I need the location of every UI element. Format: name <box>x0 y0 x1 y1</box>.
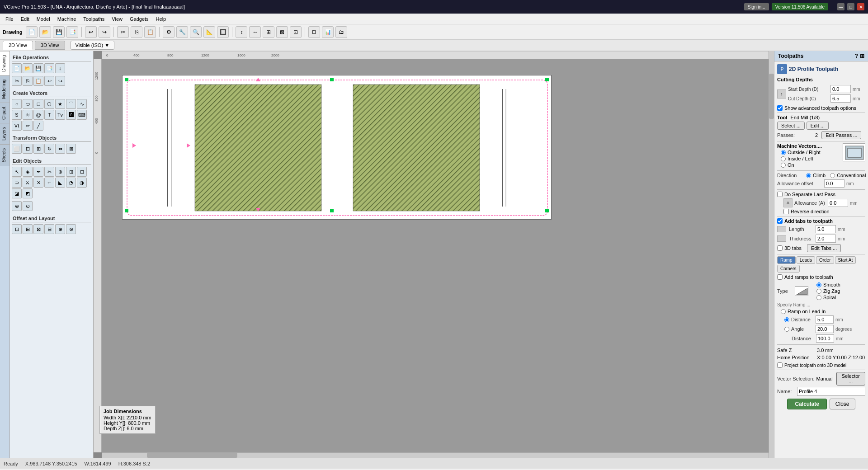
sidebar-modelling[interactable]: Modelling <box>0 75 9 103</box>
sidebar-clipart[interactable]: Clipart <box>0 103 9 123</box>
tb-icon6[interactable]: ↕ <box>236 26 247 38</box>
tab-length-input[interactable] <box>816 225 836 233</box>
ramp-distance-input[interactable] <box>816 315 834 324</box>
circle-icon[interactable]: ○ <box>12 99 22 109</box>
cut-icon[interactable]: ✂ <box>12 76 22 86</box>
sidebar-drawing[interactable]: Drawing <box>0 51 9 75</box>
ramp-distance2-input[interactable] <box>816 334 834 343</box>
redo-icon[interactable]: ↪ <box>55 76 65 86</box>
help-icon[interactable]: ? <box>855 53 858 59</box>
close-btn[interactable]: Close <box>830 399 855 409</box>
reverse-dir-checkbox[interactable] <box>783 209 789 214</box>
mirror-icon[interactable]: ⇔ <box>55 144 65 154</box>
menu-gadgets[interactable]: Gadgets <box>126 15 152 23</box>
tab-2d[interactable]: 2D View <box>3 41 33 50</box>
paste-icon[interactable]: 📋 <box>33 76 43 86</box>
draw-icon[interactable]: ✏ <box>23 121 33 131</box>
tb-icon3[interactable]: 🔍 <box>190 26 202 38</box>
copy-btn[interactable]: ⎘ <box>131 26 142 38</box>
outside-right-radio[interactable] <box>781 150 786 155</box>
smooth-radio[interactable] <box>816 282 821 287</box>
wave-icon[interactable]: ≋ <box>23 110 33 120</box>
new-file-icon[interactable]: 📄 <box>12 63 22 73</box>
selector-btn[interactable]: Selector ... <box>836 372 865 385</box>
menu-help[interactable]: Help <box>152 15 170 23</box>
menu-edit[interactable]: Edit <box>17 15 33 23</box>
subtab-order[interactable]: Order <box>816 256 834 264</box>
knife-icon[interactable]: ⚔ <box>23 178 33 188</box>
new-btn[interactable]: 📄 <box>26 26 38 38</box>
menu-view[interactable]: View <box>108 15 126 23</box>
tb-icon8[interactable]: ⊞ <box>263 26 274 38</box>
version-btn[interactable]: Version 11.506 Available <box>772 3 828 10</box>
sign-in-btn[interactable]: Sign in... <box>744 3 769 10</box>
sub-icon[interactable]: ⊙ <box>23 201 33 211</box>
save-btn[interactable]: 💾 <box>53 26 65 38</box>
corner-icon[interactable]: ◣ <box>55 178 65 188</box>
redo-btn[interactable]: ↪ <box>99 26 110 38</box>
inside-left-radio[interactable] <box>781 156 786 161</box>
offset-icon[interactable]: ⊡ <box>12 224 22 234</box>
start-depth-input[interactable] <box>830 85 851 93</box>
ramp-distance-radio[interactable] <box>784 317 789 322</box>
menu-model[interactable]: Model <box>33 15 54 23</box>
tab-thickness-input[interactable] <box>816 235 836 243</box>
climb-radio[interactable] <box>806 173 811 178</box>
save-file-icon[interactable]: 💾 <box>33 63 43 73</box>
menu-toolpaths[interactable]: Toolpaths <box>80 15 108 23</box>
tb-icon5[interactable]: 🔲 <box>217 26 229 38</box>
scale-icon[interactable]: ⊡ <box>23 144 33 154</box>
ellipse-icon[interactable]: ⬭ <box>23 99 33 109</box>
show-advanced-checkbox[interactable] <box>777 105 783 111</box>
tb-icon13[interactable]: 🗂 <box>335 26 347 38</box>
wrap-icon[interactable]: ⊗ <box>66 224 76 234</box>
scrollbar-horizontal[interactable] <box>102 452 769 458</box>
weld-icon[interactable]: ⊕ <box>55 167 65 177</box>
filleted-icon[interactable]: ◔ <box>66 178 76 188</box>
edit-passes-btn[interactable]: Edit Passes ... <box>821 131 861 139</box>
panel-expand-icon[interactable]: ⊞ <box>860 53 864 59</box>
saveas-btn[interactable]: 📑 <box>66 26 78 38</box>
layout-icon[interactable]: ⊞ <box>23 224 33 234</box>
line-icon[interactable]: ╱ <box>33 121 43 131</box>
rect-icon[interactable]: □ <box>33 99 43 109</box>
tb-icon4[interactable]: 📐 <box>203 26 215 38</box>
edit-tabs-btn[interactable]: Edit Tabs ... <box>807 244 841 252</box>
var-text-icon[interactable]: Vt <box>12 121 22 131</box>
node-icon[interactable]: ◈ <box>23 167 33 177</box>
logo-icon[interactable]: 🅰 <box>66 110 76 120</box>
ramp-angle-radio[interactable] <box>784 327 789 332</box>
array-icon[interactable]: ⊠ <box>66 144 76 154</box>
textv-icon[interactable]: Tv <box>55 110 65 120</box>
spiral-radio[interactable] <box>816 295 821 300</box>
canvas-inner[interactable] <box>102 59 769 452</box>
select-icon[interactable]: ↖ <box>12 167 22 177</box>
open-file-icon[interactable]: 📂 <box>23 63 33 73</box>
three-d-tabs-checkbox[interactable] <box>777 245 783 251</box>
cut-btn[interactable]: ✂ <box>117 26 129 38</box>
tb-icon10[interactable]: ⊡ <box>290 26 302 38</box>
join-icon[interactable]: ⊃ <box>12 178 22 188</box>
polygon-icon[interactable]: ⬡ <box>44 99 54 109</box>
menu-machine[interactable]: Machine <box>54 15 80 23</box>
bool-icon[interactable]: ⊚ <box>12 201 22 211</box>
add-ramps-checkbox[interactable] <box>777 274 783 280</box>
on-radio[interactable] <box>781 163 786 168</box>
subtab-leads[interactable]: Leads <box>797 256 815 264</box>
minimize-btn[interactable]: — <box>837 3 844 10</box>
chamfer-icon[interactable]: ◪ <box>12 188 22 198</box>
save-as-icon[interactable]: 📑 <box>44 63 54 73</box>
smart-icon[interactable]: ◑ <box>77 178 87 188</box>
subtab-ramp[interactable]: Ramp <box>777 256 796 264</box>
allowance-input[interactable] <box>824 179 844 188</box>
arc-icon[interactable]: ⌒ <box>66 99 76 109</box>
project-3d-checkbox[interactable] <box>777 362 783 368</box>
star-icon[interactable]: ★ <box>55 99 65 109</box>
subtab-startat[interactable]: Start At <box>835 256 856 264</box>
tab-3d[interactable]: 3D View <box>35 41 65 50</box>
visible-iso-dropdown[interactable]: Visible (ISO) ▼ <box>71 41 115 50</box>
spread-icon[interactable]: ⊟ <box>44 224 54 234</box>
fillet-icon[interactable]: ◩ <box>23 188 33 198</box>
delete-icon[interactable]: ✕ <box>33 178 43 188</box>
select-tool-btn[interactable]: Select ... <box>777 122 805 130</box>
